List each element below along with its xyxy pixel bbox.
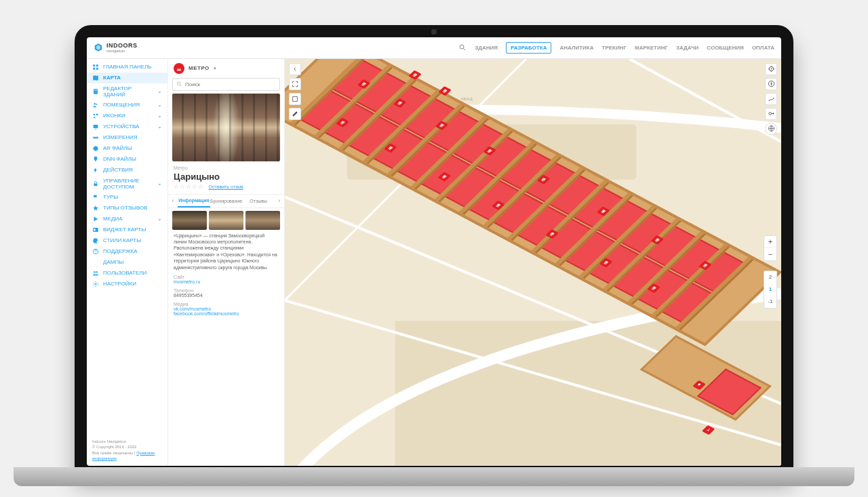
tabs-prev[interactable]: ‹: [168, 197, 178, 204]
svg-point-11: [94, 113, 96, 115]
sidebar-item-1[interactable]: КАРТА: [87, 73, 167, 83]
sidebar-item-2[interactable]: РЕДАКТОР ЗДАНИЙ⌄: [87, 83, 167, 100]
tool-compass-icon[interactable]: [765, 78, 777, 90]
nav-tracking[interactable]: ТРЕКИНГ: [602, 45, 627, 51]
sidebar-footer: Indoors Navigation © Copyright 2014 - 20…: [87, 435, 167, 466]
sidebar-item-label: УСТРОЙСТВА: [103, 123, 139, 130]
panel-tabs: ‹ Информация Бронирование Отзывы ›: [168, 194, 284, 208]
tool-ruler-icon[interactable]: [289, 108, 301, 120]
sidebar-item-label: AR ФАЙЛЫ: [103, 145, 132, 151]
nav-marketing[interactable]: МАРКЕТИНГ: [635, 45, 668, 51]
nav-tasks[interactable]: ЗАДАЧИ: [676, 45, 698, 51]
download-icon: [92, 259, 99, 266]
footer-line1: Indoors Navigation: [92, 439, 162, 444]
chevron-down-icon: ⌄: [157, 113, 162, 119]
tabs-next[interactable]: ›: [275, 197, 284, 204]
site-label: Сайт: [174, 275, 279, 279]
svg-rect-6: [94, 89, 98, 94]
svg-point-22: [96, 271, 98, 273]
sidebar-item-label: DNN ФАЙЛЫ: [103, 156, 136, 162]
sidebar-item-15[interactable]: СТИЛИ КАРТЫ: [87, 235, 167, 246]
pillar: [652, 244, 730, 317]
sidebar-item-14[interactable]: ВИДЖЕТ КАРТЫ: [87, 224, 167, 235]
svg-point-66: [770, 68, 772, 70]
play-icon: [92, 216, 99, 222]
sidebar-item-label: КАРТА: [103, 75, 121, 81]
svg-rect-3: [96, 64, 98, 66]
tab-booking[interactable]: Бронирование: [210, 195, 243, 207]
panel-type-label: МЕТРО: [189, 65, 210, 71]
nav-buildings[interactable]: ЗДАНИЯ: [475, 45, 498, 51]
sidebar-item-12[interactable]: ТИПЫ ОТЗЫВОВ: [87, 203, 167, 214]
sidebar-item-0[interactable]: ГЛАВНАЯ ПАНЕЛЬ: [87, 62, 167, 73]
svg-rect-17: [93, 228, 98, 232]
nav-messages[interactable]: СООБЩЕНИЯ: [707, 45, 744, 51]
svg-point-23: [95, 283, 97, 285]
floor-2[interactable]: 2: [764, 271, 776, 283]
sidebar-item-10[interactable]: УПРАВЛЕНИЕ ДОСТУПОМ⌄: [87, 176, 167, 192]
tool-globe-icon[interactable]: [765, 123, 777, 135]
panel-header[interactable]: МЕТРО ▾: [168, 59, 284, 78]
device-icon: [92, 123, 99, 130]
sidebar-item-label: ДАМПЫ: [103, 259, 123, 265]
sidebar-item-9[interactable]: ДЕЙСТВИЯ: [87, 165, 167, 176]
nav-development[interactable]: РАЗРАБОТКА: [506, 42, 551, 54]
tool-route-icon[interactable]: [765, 93, 777, 105]
tool-key-icon[interactable]: [765, 108, 777, 120]
sidebar: ГЛАВНАЯ ПАНЕЛЬКАРТАРЕДАКТОР ЗДАНИЙ⌄ПОМЕЩ…: [87, 59, 168, 466]
search-input[interactable]: [172, 78, 280, 91]
svg-point-24: [178, 82, 181, 85]
building-icon: [92, 88, 99, 95]
media-vk[interactable]: vk.com/mosmetro: [174, 306, 279, 311]
thumb-1[interactable]: [172, 211, 207, 230]
media-block: Медиа vk.com/mosmetro facebook.com/offic…: [168, 298, 284, 321]
sidebar-item-19[interactable]: НАСТРОЙКИ: [87, 279, 167, 290]
exit-marker-icon[interactable]: [692, 380, 706, 389]
sidebar-item-4[interactable]: ИКОНКИ⌄: [87, 111, 167, 121]
sidebar-item-8[interactable]: DNN ФАЙЛЫ: [87, 154, 167, 165]
sidebar-item-5[interactable]: УСТРОЙСТВА⌄: [87, 121, 167, 132]
help-icon: [92, 248, 99, 255]
zoom-in-button[interactable]: +: [764, 236, 776, 248]
sidebar-item-11[interactable]: ТУРЫ: [87, 192, 167, 203]
sidebar-item-13[interactable]: МЕДИА⌄: [87, 214, 167, 224]
rating-row: ☆☆☆☆☆ Оставить отзыв: [174, 183, 279, 190]
thumb-3[interactable]: [245, 211, 280, 230]
thumbnails: [168, 208, 284, 233]
pillar: [531, 180, 609, 253]
pillar: [411, 116, 489, 189]
sidebar-item-label: ПОДДЕРЖКА: [103, 248, 138, 254]
pillar: [435, 129, 513, 202]
tool-square-icon[interactable]: [289, 93, 301, 105]
pillar: [338, 77, 416, 151]
search-icon[interactable]: [458, 43, 467, 52]
tool-collapse[interactable]: ‹: [289, 63, 301, 75]
widget-icon: [92, 226, 99, 233]
svg-point-68: [768, 113, 771, 115]
brand[interactable]: INDOORS navigation: [94, 42, 138, 53]
tool-fullscreen-icon[interactable]: [289, 78, 301, 90]
tab-info[interactable]: Информация: [178, 195, 210, 207]
sidebar-item-16[interactable]: ПОДДЕРЖКА: [87, 246, 167, 257]
floor-minus1[interactable]: -1: [764, 296, 776, 308]
floor-1[interactable]: 1: [764, 283, 776, 296]
sidebar-item-18[interactable]: ПОЛЬЗОВАТЕЛИ: [87, 268, 167, 279]
people-icon: [92, 270, 99, 277]
svg-point-21: [94, 271, 96, 273]
nav-analytics[interactable]: АНАЛИТИКА: [559, 45, 593, 51]
sidebar-item-label: ИКОНКИ: [103, 113, 125, 119]
sidebar-item-6[interactable]: ИЗМЕРЕНИЯ: [87, 132, 167, 143]
zoom-out-button[interactable]: −: [764, 248, 776, 260]
svg-rect-64: [293, 96, 298, 101]
nav-payment[interactable]: ОПЛАТА: [752, 45, 774, 51]
sidebar-item-7[interactable]: AR ФАЙЛЫ: [87, 143, 167, 154]
tool-locate-icon[interactable]: [765, 63, 777, 75]
media-fb[interactable]: facebook.com/officialmosmetro: [174, 311, 279, 316]
tab-reviews[interactable]: Отзывы: [242, 195, 275, 207]
sidebar-item-3[interactable]: ПОМЕЩЕНИЯ⌄: [87, 100, 167, 111]
map-canvas[interactable]: МКАД Новый пруд ‹: [285, 59, 781, 466]
leave-review-link[interactable]: Оставить отзыв: [209, 184, 243, 189]
sidebar-item-17[interactable]: ДАМПЫ: [87, 257, 167, 268]
site-value[interactable]: mosmetro.ru: [174, 279, 279, 284]
thumb-2[interactable]: [209, 211, 243, 230]
